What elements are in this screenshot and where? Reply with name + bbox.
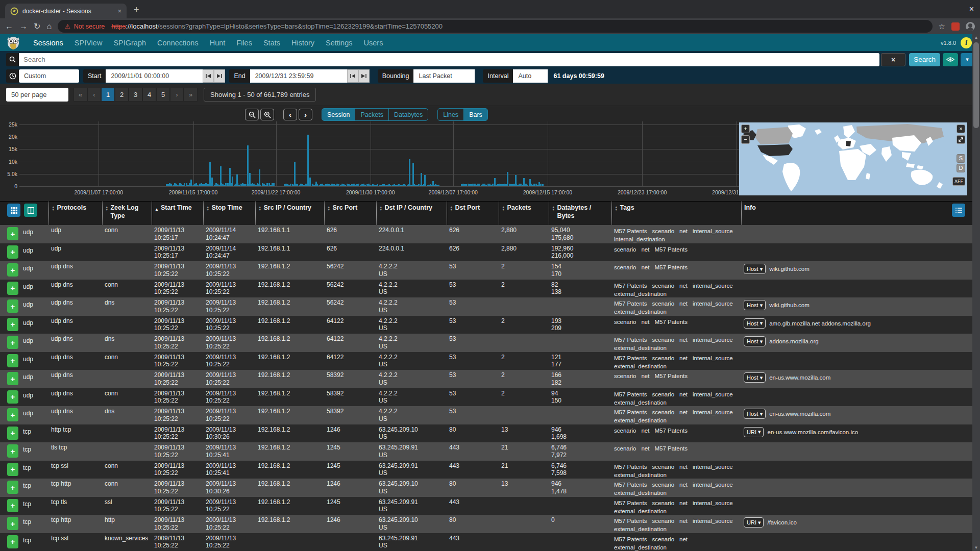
per-page-select[interactable]: 50 per page (6, 88, 68, 102)
col-header-protocols[interactable]: ▲▼Protocols (48, 202, 102, 225)
world-map[interactable]: + − × S D XFF (739, 122, 967, 195)
expand-row-icon[interactable]: + (7, 372, 18, 385)
expand-row-icon[interactable]: + (7, 499, 18, 512)
session-row[interactable]: +udpudp dnsconn2009/11/13 10:25:222009/1… (0, 352, 972, 370)
interval-select[interactable]: Auto (513, 69, 548, 83)
expand-row-icon[interactable]: + (7, 282, 18, 295)
expand-row-icon[interactable]: + (7, 535, 18, 548)
nav-item-settings[interactable]: Settings (320, 39, 358, 47)
expand-row-icon[interactable]: + (7, 408, 18, 421)
expand-row-icon[interactable]: + (7, 336, 18, 349)
nav-item-sessions[interactable]: Sessions (28, 39, 69, 47)
adblock-extension-icon[interactable] (951, 22, 960, 31)
col-header-src-ip-country[interactable]: ▲▼Src IP / Country (255, 202, 324, 225)
expand-row-icon[interactable]: + (7, 245, 18, 259)
session-row[interactable]: +tcptcp httpconn2009/11/13 10:25:222009/… (0, 479, 972, 497)
session-row[interactable]: +udpudp dnsdns2009/11/13 10:25:222009/11… (0, 406, 972, 424)
session-row[interactable]: +udpudp dnsdns2009/11/13 10:25:222009/11… (0, 334, 972, 352)
page-button-›[interactable]: › (170, 88, 184, 102)
expand-row-icon[interactable]: + (7, 227, 18, 240)
nav-item-hunt[interactable]: Hunt (204, 39, 231, 47)
map-expand-icon[interactable] (957, 135, 965, 144)
session-row[interactable]: +udpudp2009/11/13 10:25:172009/11/14 10:… (0, 243, 972, 262)
back-icon[interactable]: ← (5, 22, 13, 31)
columns-view-icon[interactable] (24, 204, 37, 217)
search-button[interactable]: Search (909, 53, 941, 66)
scrollbar-up-icon[interactable]: ▲ (972, 35, 980, 40)
session-row[interactable]: +udpudp dns2009/11/13 10:25:222009/11/13… (0, 370, 972, 388)
session-row[interactable]: +tcphttp tcp2009/11/13 10:25:222009/11/1… (0, 424, 972, 443)
info-uri-button[interactable]: URI▾ (744, 427, 764, 437)
session-row[interactable]: +tcptcp httphttp2009/11/13 10:25:222009/… (0, 515, 972, 533)
series-databytes-toggle[interactable]: Databytes (388, 109, 428, 120)
expand-row-icon[interactable]: + (7, 481, 18, 494)
expand-row-icon[interactable]: + (7, 444, 18, 458)
col-header-src-port[interactable]: ▲▼Src Port (324, 202, 376, 225)
zoom-out-icon[interactable] (245, 109, 259, 120)
tab-close-icon[interactable]: × (117, 7, 121, 15)
page-button-5[interactable]: 5 (156, 88, 170, 102)
expand-row-icon[interactable]: + (7, 517, 18, 530)
session-row[interactable]: +udpudp dnsconn2009/11/13 10:25:222009/1… (0, 388, 972, 407)
session-row[interactable]: +tcptcp sslconn2009/11/13 10:25:222009/1… (0, 461, 972, 479)
end-skip-back-icon[interactable] (347, 69, 358, 83)
page-button-‹[interactable]: ‹ (87, 88, 101, 102)
start-skip-back-icon[interactable] (203, 69, 214, 83)
session-row[interactable]: +tcptls tcp2009/11/13 10:25:222009/11/13… (0, 442, 972, 461)
browser-tab[interactable]: docker-cluster - Sessions × (5, 4, 127, 18)
url-bar[interactable]: ⚠ Not secure https://localhost/sessions?… (58, 20, 932, 33)
pan-right-icon[interactable]: › (299, 109, 312, 120)
map-close-icon[interactable]: × (957, 124, 965, 133)
home-icon[interactable]: ⌂ (46, 22, 52, 31)
nav-item-spigraph[interactable]: SPIGraph (108, 39, 152, 47)
time-range-select[interactable]: Custom (19, 69, 79, 83)
session-row[interactable]: +tcptcp tlsssl2009/11/13 10:25:222009/11… (0, 497, 972, 515)
nav-item-spiview[interactable]: SPIView (69, 39, 108, 47)
info-uri-button[interactable]: URI▾ (744, 517, 764, 528)
expand-row-icon[interactable]: + (7, 318, 18, 331)
page-button-3[interactable]: 3 (129, 88, 142, 102)
info-host-button[interactable]: Host▾ (744, 264, 766, 274)
clear-search-icon[interactable]: × (881, 53, 905, 66)
session-row[interactable]: +udpudp dns2009/11/13 10:25:222009/11/13… (0, 261, 972, 280)
scrollbar-thumb[interactable] (973, 42, 979, 128)
info-host-button[interactable]: Host▾ (744, 318, 766, 329)
forward-icon[interactable]: → (19, 22, 28, 31)
nav-item-stats[interactable]: Stats (258, 39, 286, 47)
session-row[interactable]: +udpudp dnsdns2009/11/13 10:25:222009/11… (0, 297, 972, 316)
eye-icon[interactable] (943, 53, 958, 66)
col-header-start-time[interactable]: ▲Start Time (152, 202, 203, 225)
page-button-2[interactable]: 2 (115, 88, 129, 102)
new-tab-button[interactable]: + (134, 5, 139, 14)
col-header-stop-time[interactable]: ▲▼Stop Time (203, 202, 255, 225)
pan-left-icon[interactable]: ‹ (283, 109, 297, 120)
series-packets-toggle[interactable]: Packets (355, 109, 388, 120)
info-icon[interactable]: i (961, 37, 972, 48)
expand-row-icon[interactable]: + (7, 463, 18, 476)
col-header-packets[interactable]: ▲▼Packets (499, 202, 549, 225)
info-host-button[interactable]: Host▾ (744, 372, 766, 383)
nav-item-files[interactable]: Files (231, 39, 258, 47)
column-config-icon[interactable] (952, 204, 965, 217)
col-header-zeek-log-type[interactable]: ▲▼Zeek Log Type (102, 202, 152, 225)
map-zoom-out-icon[interactable]: − (741, 135, 750, 144)
bounding-select[interactable]: Last Packet (413, 69, 475, 83)
end-skip-forward-icon[interactable] (358, 69, 370, 83)
nav-item-users[interactable]: Users (358, 39, 389, 47)
expand-row-icon[interactable]: + (7, 354, 18, 367)
map-src-toggle[interactable]: S (957, 154, 965, 163)
expand-row-icon[interactable]: + (7, 427, 18, 440)
style-lines-toggle[interactable]: Lines (438, 109, 463, 120)
grid-view-icon[interactable] (7, 204, 20, 217)
page-button-«[interactable]: « (74, 88, 87, 102)
info-host-button[interactable]: Host▾ (744, 336, 766, 346)
scrollbar-down-icon[interactable]: ▼ (972, 545, 980, 550)
col-header-dst-port[interactable]: ▲▼Dst Port (447, 202, 499, 225)
col-header-dst-ip-country[interactable]: ▲▼Dst IP / Country (376, 202, 447, 225)
start-time-input[interactable]: 2009/11/01 00:00:00 (106, 69, 203, 83)
session-row[interactable]: +tcptcp sslknown_services2009/11/13 10:2… (0, 533, 972, 551)
session-row[interactable]: +udpudp dns2009/11/13 10:25:222009/11/13… (0, 316, 972, 334)
window-close-icon[interactable]: × (969, 5, 974, 14)
map-dst-toggle[interactable]: D (957, 164, 965, 172)
start-skip-forward-icon[interactable] (214, 69, 225, 83)
